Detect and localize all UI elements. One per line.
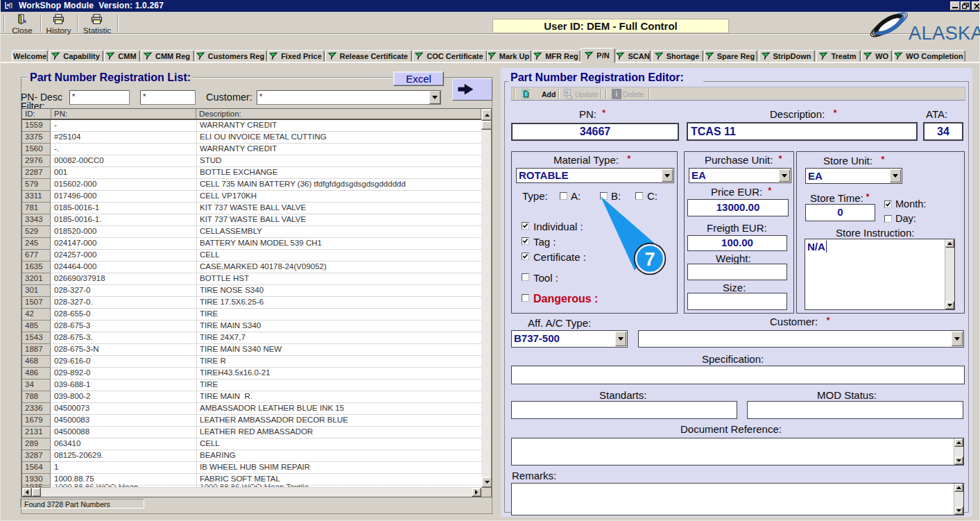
svg-text:ALASKAR: ALASKAR bbox=[909, 22, 980, 42]
svg-text:B: B bbox=[565, 90, 569, 95]
svg-text:7: 7 bbox=[644, 249, 655, 270]
